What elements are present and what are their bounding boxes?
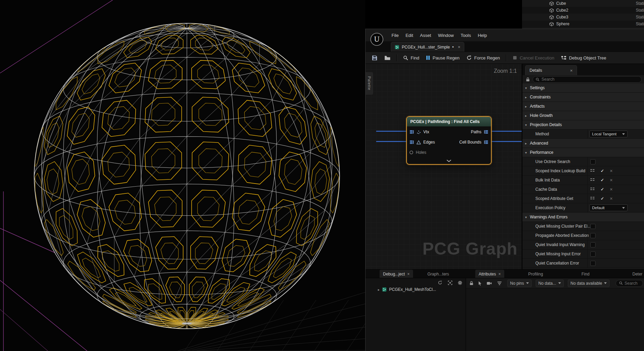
property-scoped-attribute-get[interactable]: Scoped Attribute Get✓×	[522, 194, 644, 203]
category-hole-growth[interactable]: ▸Hole Growth	[522, 111, 644, 120]
input-pin-vtx[interactable]: Vtx	[409, 130, 429, 134]
tab-details[interactable]: Details ×	[525, 65, 577, 75]
tab-deter[interactable]: Deter	[629, 270, 644, 278]
checkbox-quiet-invalid-input-warning[interactable]	[590, 242, 595, 247]
details-search-input[interactable]: Search	[533, 76, 642, 83]
outliner-row-cube2[interactable]: Cube2Stati	[522, 7, 644, 14]
category-artifacts[interactable]: ▸Artifacts	[522, 102, 644, 111]
check-icon[interactable]: ✓	[601, 196, 604, 201]
property-quiet-cancellation-error[interactable]: Quiet Cancellation Error	[522, 259, 644, 268]
menu-item-edit[interactable]: Edit	[402, 31, 416, 39]
input-pin-edges[interactable]: Edges	[409, 140, 435, 145]
cross-icon[interactable]: ×	[610, 177, 613, 183]
category-performance[interactable]: ▾Performance	[522, 148, 644, 157]
graph-canvas[interactable]: Palette Zoom 1:1 PCG Graph PCGEx | Pathf…	[366, 64, 522, 269]
menu-item-file[interactable]: File	[388, 31, 402, 39]
menu-item-help[interactable]: Help	[474, 31, 490, 39]
output-pin-paths[interactable]: Paths	[471, 130, 489, 134]
expander-arrow-icon[interactable]: ▸	[525, 95, 527, 99]
tab-graph-ters[interactable]: Graph...ters	[424, 270, 452, 278]
category-projection-details[interactable]: ▾Projection Details	[522, 120, 644, 130]
check-icon[interactable]: ✓	[601, 178, 604, 183]
checkbox-quiet-cancellation-error[interactable]	[590, 261, 595, 266]
checkbox-quiet-missing-input-error[interactable]	[590, 252, 595, 257]
cancel-execution-button[interactable]: Cancel Execution	[510, 54, 557, 62]
property-scoped-index-lookup-build[interactable]: Scoped Index Lookup Build✓×	[522, 166, 644, 176]
save-button[interactable]	[369, 53, 380, 63]
debug-object-tree-item[interactable]: ▸ PCGEx_Hull_MeshToCl...	[378, 287, 436, 292]
tab-profiling[interactable]: Profiling	[525, 270, 546, 278]
gear-icon[interactable]	[458, 281, 462, 285]
palette-tab[interactable]: Palette	[366, 72, 373, 95]
tab-close-icon[interactable]: ×	[458, 44, 461, 50]
debug-object-tree-button[interactable]: Debug Object Tree	[558, 54, 609, 62]
asset-tab[interactable]: PCGEx_Hull...ster_Simple • ×	[391, 42, 464, 52]
find-button[interactable]: Find	[400, 54, 422, 62]
history-icon[interactable]	[438, 280, 442, 285]
per-data-icon[interactable]	[590, 178, 595, 183]
node-collapse-chevron[interactable]	[407, 158, 491, 164]
checkbox-use-octree-search[interactable]	[590, 159, 595, 164]
pcg-node-find-all-cells[interactable]: PCGEx | Pathfinding : Find All Cells Vtx…	[406, 116, 492, 165]
tab-attributes[interactable]: Attributes×	[475, 270, 504, 278]
outliner-row-sphere[interactable]: SphereStati	[522, 21, 644, 27]
expander-arrow-icon[interactable]: ▾	[525, 151, 527, 154]
output-pin-cell-bounds[interactable]: Cell Bounds	[459, 140, 489, 145]
no-data-dropdown[interactable]: No data...	[536, 280, 564, 287]
lock-icon[interactable]	[526, 77, 530, 82]
per-data-icon[interactable]	[590, 168, 595, 173]
browse-to-asset-button[interactable]	[382, 54, 393, 62]
cross-icon[interactable]: ×	[610, 187, 613, 192]
lock-icon[interactable]	[469, 281, 474, 285]
tab-find[interactable]: Find	[578, 270, 593, 278]
frame-icon[interactable]	[448, 281, 452, 285]
expander-arrow-icon[interactable]: ▾	[525, 123, 527, 127]
dropdown-method[interactable]: Local Tangent	[589, 131, 628, 137]
property-quiet-missing-input-error[interactable]: Quiet Missing Input Error	[522, 249, 644, 259]
check-icon[interactable]: ✓	[601, 187, 604, 192]
filter-icon[interactable]	[497, 281, 502, 285]
cross-icon[interactable]: ×	[610, 196, 613, 201]
property-propagate-aborted-execution[interactable]: Propagate Aborted Execution	[522, 231, 644, 240]
property-method[interactable]: MethodLocal Tangent	[522, 130, 644, 139]
category-settings[interactable]: ▾Settings	[522, 83, 644, 93]
expander-arrow-icon[interactable]: ▸	[378, 288, 380, 292]
node-title[interactable]: PCGEx | Pathfinding : Find All Cells	[407, 117, 491, 127]
viewport-3d[interactable]	[0, 0, 365, 351]
property-use-octree-search[interactable]: Use Octree Search	[522, 157, 644, 166]
category-warnings-and-errors[interactable]: ▾Warnings And Errors	[522, 213, 644, 222]
property-cache-data[interactable]: Cache Data✓×	[522, 185, 644, 194]
tab-close-icon[interactable]: ×	[498, 272, 501, 276]
menu-item-tools[interactable]: Tools	[457, 31, 474, 39]
property-quiet-invalid-input-warning[interactable]: Quiet Invalid Input Warning	[522, 240, 644, 249]
expander-arrow-icon[interactable]: ▸	[525, 105, 527, 108]
no-pins-dropdown[interactable]: No pins	[507, 280, 532, 287]
outliner-row-cube[interactable]: CubeStati	[522, 0, 644, 7]
menu-item-asset[interactable]: Asset	[416, 31, 435, 39]
property-bulk-init-data[interactable]: Bulk Init Data✓×	[522, 176, 644, 185]
expander-arrow-icon[interactable]: ▸	[525, 114, 527, 118]
force-regen-button[interactable]: Force Regen	[464, 53, 503, 62]
pause-regen-button[interactable]: Pause Regen	[423, 54, 462, 62]
tab-close-icon[interactable]: ×	[407, 272, 410, 276]
property-quiet-missing-cluster-pair-el[interactable]: Quiet Missing Cluster Pair El...	[522, 222, 644, 231]
check-icon[interactable]: ✓	[601, 168, 604, 173]
dropdown-execution-policy[interactable]: Default	[589, 204, 628, 211]
details-close-icon[interactable]: ×	[570, 68, 573, 73]
tab-debug-ject[interactable]: Debug...ject×	[380, 270, 413, 278]
outliner-row-cube3[interactable]: Cube3Stati	[522, 14, 644, 21]
checkbox-propagate-aborted-execution[interactable]	[590, 233, 595, 238]
input-pin-holes[interactable]: Holes	[409, 150, 426, 155]
camera-icon[interactable]	[487, 281, 492, 285]
expander-arrow-icon[interactable]: ▸	[525, 141, 527, 145]
per-data-icon[interactable]	[590, 187, 595, 192]
cross-icon[interactable]: ×	[610, 168, 613, 174]
pick-cursor-icon[interactable]	[478, 281, 482, 286]
attributes-search-input[interactable]: Search	[616, 280, 643, 287]
menu-item-window[interactable]: Window	[435, 31, 457, 39]
per-data-icon[interactable]	[590, 196, 595, 201]
property-execution-policy[interactable]: Execution PolicyDefault	[522, 203, 644, 213]
category-advanced[interactable]: ▸Advanced	[522, 139, 644, 148]
expander-arrow-icon[interactable]: ▾	[525, 215, 527, 219]
expander-arrow-icon[interactable]: ▾	[525, 86, 527, 90]
